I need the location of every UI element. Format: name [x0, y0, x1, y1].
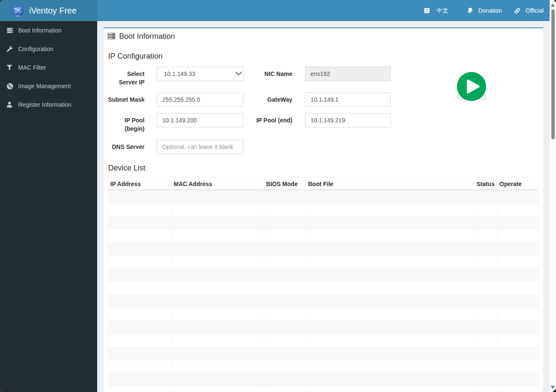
svg-text:文: 文 — [425, 8, 429, 13]
